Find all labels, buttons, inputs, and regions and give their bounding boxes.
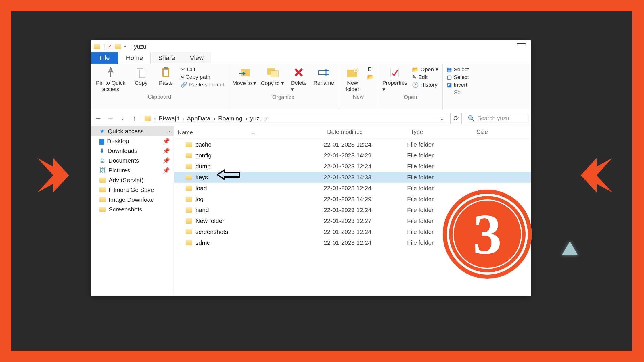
svg-marker-1 — [581, 158, 612, 192]
label: Edit — [418, 74, 428, 80]
file-type: File folder — [407, 174, 473, 181]
back-button[interactable]: ← — [94, 114, 103, 123]
delete-button[interactable]: Delete▾ — [289, 66, 309, 93]
prev-slide-arrow[interactable] — [37, 158, 69, 192]
label: Copy to ▾ — [261, 80, 284, 86]
label: Rename — [313, 80, 334, 86]
rename-icon — [317, 66, 330, 79]
address-dropdown-icon[interactable]: ⌄ — [440, 115, 445, 122]
step-number: 3 — [473, 205, 502, 263]
file-name: cache — [195, 141, 212, 148]
new-item-button[interactable]: 🗋 — [367, 66, 374, 72]
breadcrumb-item[interactable]: AppData — [187, 115, 210, 122]
folder-icon — [186, 186, 192, 191]
window-title: yuzu — [134, 43, 146, 50]
paste-button[interactable]: Paste — [156, 66, 176, 86]
label: Downloads — [108, 147, 137, 154]
edit-button[interactable]: ✎Edit — [412, 74, 438, 80]
svg-rect-5 — [164, 70, 168, 76]
file-type: File folder — [407, 141, 473, 148]
address-bar[interactable]: › Biswajit › AppData › Roaming › yuzu › … — [142, 113, 447, 124]
sidebar-downloads[interactable]: ⬇Downloads📌 — [91, 146, 174, 156]
ribbon-tabs: File Home Share View — [91, 53, 531, 64]
breadcrumb-item[interactable]: yuzu — [250, 115, 263, 122]
file-row[interactable]: cache22-01-2023 12:24File folder — [174, 139, 531, 150]
forward-button[interactable]: → — [106, 114, 115, 123]
pin-to-quick-access-button[interactable]: Pin to Quick access — [95, 66, 126, 93]
invert-selection-button[interactable]: ◪Invert — [447, 82, 469, 88]
tab-share[interactable]: Share — [151, 52, 183, 64]
qat-save-icon[interactable] — [108, 44, 113, 49]
copy-to-button[interactable]: Copy to ▾ — [261, 66, 284, 86]
col-name[interactable]: Name︿ — [174, 126, 324, 139]
ribbon-group-clipboard: Pin to Quick access Copy Paste ✂Cut ⎘Cop… — [91, 64, 228, 110]
svg-rect-7 — [241, 69, 250, 76]
minimize-button[interactable] — [517, 43, 526, 44]
svg-rect-3 — [139, 70, 145, 78]
folder-icon — [145, 116, 151, 121]
step-badge: 3 — [443, 190, 532, 279]
sidebar-item[interactable]: Image Downloac — [91, 195, 174, 205]
copy-path-button[interactable]: ⎘Copy path — [181, 74, 224, 80]
path-icon: ⎘ — [181, 74, 184, 80]
rename-button[interactable]: Rename — [313, 66, 334, 86]
new-folder-button[interactable]: ✳ New folder — [342, 66, 363, 93]
copy-button[interactable]: Copy — [131, 66, 151, 86]
label: Open — [421, 66, 434, 73]
label: Copy — [135, 80, 147, 86]
scroll-up-icon[interactable]: ︿ — [167, 128, 172, 134]
download-icon: ⬇ — [99, 147, 105, 154]
label: Cut — [187, 66, 195, 73]
svg-rect-16 — [391, 68, 399, 77]
tab-view[interactable]: View — [183, 52, 211, 64]
next-slide-arrow[interactable] — [581, 158, 612, 192]
col-type[interactable]: Type — [407, 126, 473, 139]
col-date[interactable]: Date modified — [324, 126, 407, 139]
select-none-button[interactable]: ▢Select — [447, 74, 469, 80]
pin-icon: 📌 — [163, 167, 170, 174]
sidebar-item[interactable]: Adv (Servlet) — [91, 175, 174, 185]
sidebar-item[interactable]: Filmora Go Save — [91, 185, 174, 195]
shortcut-icon: 🔗 — [181, 81, 187, 88]
caret: ▾ — [436, 66, 438, 73]
pin-icon: 📌 — [163, 138, 170, 145]
sidebar-desktop[interactable]: ▆Desktop📌 — [91, 136, 174, 146]
breadcrumb-item[interactable]: Roaming — [218, 115, 242, 122]
file-date: 22-01-2023 12:24 — [324, 207, 407, 213]
file-name: keys — [195, 174, 208, 181]
col-size[interactable]: Size — [473, 126, 531, 139]
properties-icon — [388, 66, 401, 79]
easy-access-button[interactable]: 📂 — [367, 74, 374, 80]
folder-icon — [186, 197, 192, 202]
sidebar-documents[interactable]: 🗎Documents📌 — [91, 156, 174, 165]
group-label: Clipboard — [148, 94, 171, 100]
search-input[interactable]: 🔍 Search yuzu — [465, 113, 528, 124]
cut-button[interactable]: ✂Cut — [181, 66, 224, 73]
file-date: 22-01-2023 14:29 — [324, 196, 407, 203]
file-row[interactable]: config22-01-2023 14:29File folder — [174, 150, 531, 161]
sidebar-pictures[interactable]: 🖼Pictures📌 — [91, 165, 174, 175]
tab-file[interactable]: File — [91, 52, 118, 64]
refresh-button[interactable]: ⟳ — [450, 113, 462, 124]
label: Filmora Go Save — [109, 186, 154, 193]
copyto-icon — [266, 66, 279, 79]
sidebar-item[interactable]: Screenshots — [91, 205, 174, 214]
label: Pictures — [108, 167, 130, 174]
select-all-button[interactable]: ▦Select — [447, 66, 469, 73]
paste-shortcut-button[interactable]: 🔗Paste shortcut — [181, 81, 224, 88]
open-button[interactable]: 📂Open ▾ — [412, 66, 438, 73]
history-button[interactable]: 🕑History — [412, 82, 438, 88]
label: Select — [454, 74, 469, 80]
recent-dropdown[interactable]: ⌄ — [118, 114, 127, 123]
tab-home[interactable]: Home — [118, 52, 151, 64]
breadcrumb-item[interactable]: Biswajit — [159, 115, 179, 122]
desktop-icon: ▆ — [99, 138, 104, 145]
sidebar-quick-access[interactable]: ★Quick access — [91, 126, 174, 136]
properties-button[interactable]: Properties▾ — [382, 66, 407, 93]
file-date: 22-01-2023 12:27 — [324, 217, 407, 224]
move-to-button[interactable]: Move to ▾ — [232, 66, 256, 86]
pin-icon — [104, 66, 117, 79]
up-button[interactable]: ↑ — [130, 114, 139, 123]
folder-icon — [186, 218, 192, 224]
qat-dropdown-icon[interactable]: ▼ — [123, 45, 127, 49]
